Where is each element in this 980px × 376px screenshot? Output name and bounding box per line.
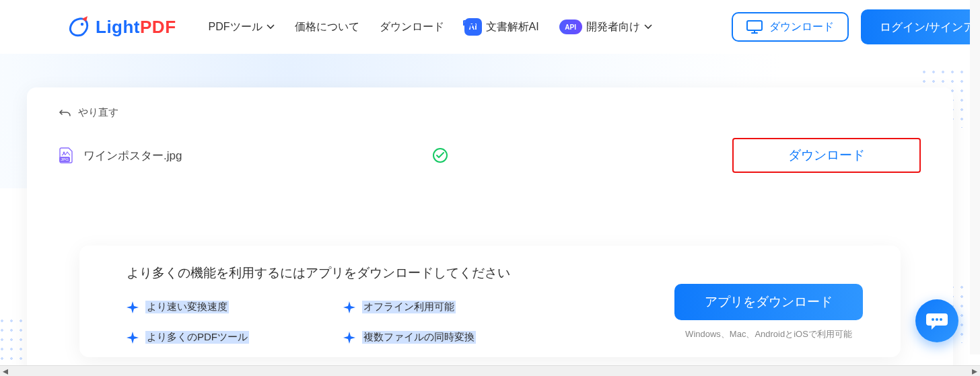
result-card: やり直す JPG ワインポスター.jpg ダウンロード [27,87,953,365]
success-check-icon [433,148,448,163]
feature-label: オフライン利用可能 [362,301,456,313]
api-badge-icon: API [559,20,582,34]
horizontal-scrollbar[interactable]: ◂ ▸ [0,365,980,376]
header-download-label: ダウンロード [769,20,834,34]
logo-icon [67,15,92,39]
header-download-button[interactable]: ダウンロード [732,12,849,42]
svg-point-0 [81,23,83,26]
feature-label: 複数ファイルの同時変換 [362,331,476,344]
monitor-icon [746,20,763,34]
undo-icon [59,107,71,119]
top-navigation: LightPDF PDFツール 価格について ダウンロード AI 文書解析AI … [0,0,980,54]
sparkle-icon [343,301,355,313]
feature-label: より速い変換速度 [145,301,229,313]
download-file-label: ダウンロード [788,147,865,164]
svg-point-6 [936,318,938,321]
svg-point-7 [940,318,942,321]
nav-doc-ai-label: 文書解析AI [486,20,539,34]
logo-text-light: Light [96,17,140,37]
login-label: ログイン/サインア [880,20,975,35]
nav-pricing-label: 価格について [295,20,359,34]
redo-label: やり直す [78,106,118,119]
platforms-text: Windows、Mac、AndroidとiOSで利用可能 [685,328,852,340]
vertical-scrollbar[interactable] [970,0,980,354]
nav-download-label: ダウンロード [380,20,444,34]
svg-rect-1 [747,21,762,30]
nav-download[interactable]: ダウンロード [380,20,444,34]
nav-doc-ai[interactable]: AI 文書解析AI [464,18,539,36]
nav-pdf-tools[interactable]: PDFツール [209,20,275,34]
logo-text-pdf: PDF [140,17,176,37]
login-signup-button[interactable]: ログイン/サインア [861,9,980,44]
feature-batch: 複数ファイルの同時変換 [343,331,476,344]
decorative-dots [0,316,24,365]
brand-logo[interactable]: LightPDF [67,15,176,39]
promo-card: より多くの機能を利用するにはアプリをダウンロードしてください より速い変換速度 … [79,246,901,357]
svg-point-5 [932,318,934,321]
redo-button[interactable]: やり直す [59,106,921,119]
sparkle-icon [127,301,139,313]
app-download-button[interactable]: アプリをダウンロード [674,284,863,320]
main-nav: PDFツール 価格について ダウンロード AI 文書解析AI API 開発者向け [209,18,652,36]
nav-developers-label: 開発者向け [586,20,640,34]
nav-pdf-tools-label: PDFツール [209,20,262,34]
app-download-label: アプリをダウンロード [705,293,833,311]
chat-fab[interactable] [915,299,958,342]
file-row: JPG ワインポスター.jpg ダウンロード [59,138,921,173]
feature-offline: オフライン利用可能 [343,301,476,313]
nav-pricing[interactable]: 価格について [295,20,359,34]
feature-more-tools: より多くのPDFツール [127,331,249,344]
promo-title: より多くの機能を利用するにはアプリをダウンロードしてください [127,264,668,282]
nav-developers[interactable]: API 開発者向け [559,20,652,34]
scroll-left-arrow[interactable]: ◂ [0,366,11,377]
feature-label: より多くのPDFツール [145,331,249,344]
scroll-right-arrow[interactable]: ▸ [969,366,980,377]
chat-icon [926,311,948,331]
jpg-file-icon: JPG [59,147,74,163]
chevron-down-icon [267,24,275,30]
svg-text:JPG: JPG [61,157,69,161]
download-file-button[interactable]: ダウンロード [732,138,921,173]
feature-faster: より速い変換速度 [127,301,249,313]
chevron-down-icon [644,24,652,30]
sparkle-icon [127,332,139,344]
status-column [148,148,732,163]
ai-badge-icon: AI [464,18,482,36]
scroll-track[interactable] [11,366,969,376]
sparkle-icon [343,332,355,344]
